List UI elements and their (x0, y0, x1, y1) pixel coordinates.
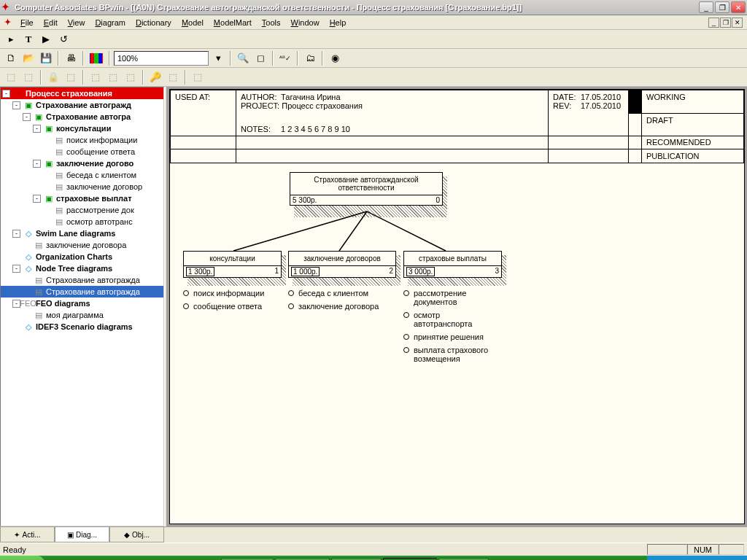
diagram-canvas[interactable]: USED AT: AUTHOR: Тагачина Ирина PROJECT:… (167, 87, 747, 526)
menu-dictionary[interactable]: Dictionary (131, 17, 177, 28)
tree-node[interactable]: -FEOFEO diagrams (1, 298, 163, 309)
tree-node[interactable]: -▣Страхование автогра (1, 111, 163, 122)
bullet-icon (288, 290, 294, 296)
menu-model[interactable]: Model (177, 17, 209, 28)
tree-node[interactable]: ▤осмотр автотранс (1, 216, 163, 228)
activity-box-1[interactable]: консультации 1 300р.1 (183, 251, 282, 278)
minimize-button[interactable]: _ (699, 1, 713, 13)
new-button[interactable]: 🗋 (3, 50, 19, 66)
zoom-input[interactable] (114, 51, 209, 66)
sidebar-tab[interactable]: ✦Acti... (0, 527, 55, 542)
bullet-icon (183, 303, 189, 309)
bullet-text: принятие решения (414, 332, 484, 341)
node-label: Страхование автогражда (46, 287, 140, 296)
model-explorer-button[interactable]: 🗂 (302, 50, 318, 66)
node-label: заключение договор (66, 182, 142, 191)
mdi-restore-button[interactable]: ❐ (720, 18, 731, 28)
expand-icon[interactable]: - (12, 101, 20, 109)
activity-box-root[interactable]: Страхование автогражданской ответственно… (290, 172, 443, 206)
spellcheck-button[interactable]: ᴬᴮ✓ (277, 50, 293, 66)
tree-node[interactable]: ▤рассмотрение док (1, 204, 163, 216)
zoom-fit-button[interactable]: ◻ (252, 50, 268, 66)
node-icon: ▤ (53, 182, 64, 192)
tree-node[interactable]: ▤беседа с клиентом (1, 169, 163, 181)
model-explorer-tree[interactable]: -✦Процесс страхования-▣Страхование автог… (0, 87, 164, 526)
menu-diagram[interactable]: Diagram (90, 17, 131, 28)
bullet-text: беседа с клиентом (298, 289, 368, 298)
activity-box-2[interactable]: заключение договоров 1 000р.2 (288, 251, 396, 278)
expand-icon[interactable]: - (23, 113, 31, 121)
tree-node[interactable]: ▤Страхование автогражда (1, 286, 163, 298)
menu-help[interactable]: Help (325, 17, 352, 28)
mm-idef-button[interactable]: 🔑 (147, 69, 163, 85)
expand-icon[interactable]: - (33, 125, 41, 133)
close-button[interactable]: ✕ (731, 1, 746, 13)
activity-box-3[interactable]: страховые выплаты 3 000р.3 (403, 251, 502, 278)
tree-node[interactable]: -▣Страхование автогражд (1, 99, 163, 111)
node-icon: ▣ (33, 112, 44, 122)
play-tool[interactable]: ▶ (38, 31, 54, 47)
menu-view[interactable]: View (63, 17, 90, 28)
sidebar-tab[interactable]: ◆Obj... (109, 527, 164, 542)
colors-button[interactable] (90, 53, 103, 63)
tree-node[interactable]: ◇Organization Charts (1, 251, 163, 262)
text-tool[interactable]: T (20, 31, 36, 47)
tree-node[interactable]: ▤заключение договор (1, 181, 163, 192)
start-button[interactable]: ⊞ пуск (0, 556, 44, 560)
diagram-body: Страхование автогражданской ответственно… (170, 163, 744, 513)
tree-node[interactable]: ▤моя диаграмма (1, 309, 163, 321)
node-icon: ▤ (53, 136, 64, 145)
maximize-button[interactable]: ❐ (715, 1, 729, 13)
zoom-in-button[interactable]: 🔍 (235, 50, 251, 66)
tree-node[interactable]: -▣консультации (1, 122, 163, 134)
undo-tool[interactable]: ↺ (55, 31, 71, 47)
mdi-close-button[interactable]: ✕ (732, 18, 743, 28)
mm-btn2: ⬚ (20, 69, 36, 85)
menu-modelmart[interactable]: ModelMart (209, 17, 257, 28)
expand-icon[interactable]: - (2, 90, 10, 98)
expand-icon[interactable]: - (12, 265, 20, 273)
pointer-tool[interactable]: ▸ (3, 31, 19, 47)
expand-icon[interactable]: - (33, 160, 41, 168)
taskbar: ⊞ пуск ◨ ⬤ 📂 ✉ e ✦ ◧ ♪ O ◐ ⬣ OSADT: П...… (0, 556, 747, 560)
node-icon: ▣ (43, 159, 54, 168)
print-button[interactable]: 🖶 (63, 50, 79, 66)
tree-node[interactable]: -▣страховые выплат (1, 192, 163, 204)
menu-file[interactable]: File (15, 17, 39, 28)
tree-node[interactable]: ◇IDEF3 Scenario diagrams (1, 321, 163, 332)
tree-node[interactable]: ▤сообщение ответа (1, 146, 163, 158)
toolbar-modelmart: ⬚ ⬚ 🔒 ⬚ ⬚ ⬚ ⬚ 🔑 ⬚ ⬚ (0, 68, 747, 87)
node-icon: ▤ (33, 287, 44, 297)
mm-btn8: ⬚ (190, 69, 206, 85)
node-label: страховые выплат (56, 194, 132, 203)
bullet-icon (403, 312, 409, 318)
menu-edit[interactable]: Edit (39, 17, 63, 28)
node-label: FEO diagrams (36, 299, 90, 308)
menu-tools[interactable]: Tools (257, 17, 286, 28)
mdi-minimize-button[interactable]: _ (708, 18, 719, 28)
node-label: Organization Charts (36, 252, 112, 261)
sidebar-tab[interactable]: ▣Diag... (55, 527, 109, 542)
status-ready: Ready (3, 545, 26, 554)
tree-node[interactable]: ▤Страхование автогражда (1, 274, 163, 286)
report-button[interactable]: ◉ (327, 50, 343, 66)
zoom-dropdown-button[interactable]: ▾ (210, 50, 226, 66)
expand-icon[interactable]: - (33, 195, 41, 203)
tree-node[interactable]: ▤поиск информации (1, 134, 163, 146)
tree-node[interactable]: -✦Процесс страхования (1, 88, 163, 99)
tree-node[interactable]: -▣заключение догово (1, 158, 163, 169)
bullets-3: рассмотрение документовосмотр автотрансп… (403, 289, 498, 368)
used-at-cell: USED AT: (171, 90, 236, 136)
node-icon: ▤ (33, 311, 44, 320)
tree-node[interactable]: ▤заключение договора (1, 239, 163, 251)
tree-node[interactable]: -◇Swim Lane diagrams (1, 228, 163, 239)
status-num: NUM (687, 544, 719, 555)
tree-node[interactable]: -◇Node Tree diagrams (1, 262, 163, 274)
save-button[interactable]: 💾 (38, 50, 54, 66)
open-button[interactable]: 📂 (20, 50, 36, 66)
menu-window[interactable]: Window (286, 17, 325, 28)
expand-icon[interactable]: - (12, 230, 20, 238)
bullet-text: заключение договора (298, 302, 379, 311)
svg-line-1 (339, 211, 367, 251)
mm-btn1: ⬚ (3, 69, 19, 85)
